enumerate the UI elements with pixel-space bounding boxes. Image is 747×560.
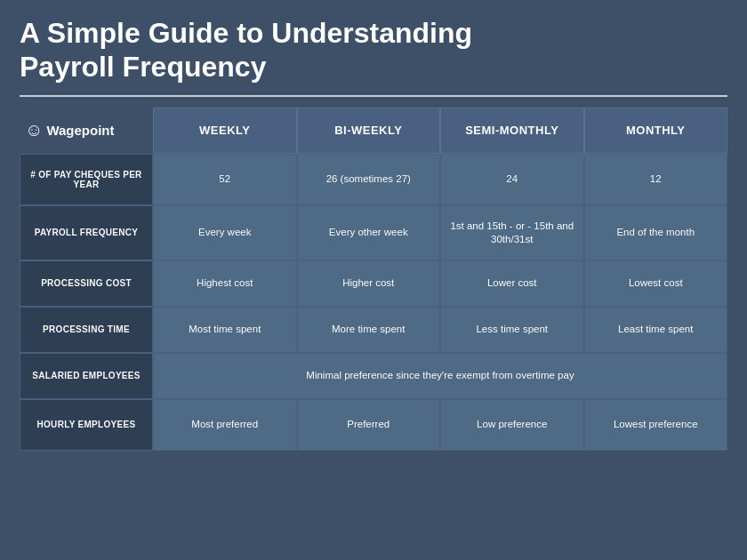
biweekly-time: More time spent [297,307,441,353]
biweekly-paycheques: 26 (sometimes 27) [297,154,441,205]
biweekly-cost: Higher cost [297,260,441,307]
monthly-cost: Lowest cost [584,260,728,307]
weekly-cost: Highest cost [153,260,297,307]
data-columns: WEEKLY 52 Every week Highest cost Most t… [153,108,727,548]
logo: ☺ Wagepoint [25,120,115,140]
monthly-time: Least time spent [584,307,728,353]
weekly-frequency: Every week [153,205,297,260]
salaried-merged-cell: Minimal preference since they're exempt … [153,353,727,399]
monthly-hourly: Lowest preference [584,399,728,451]
header-weekly: WEEKLY [153,108,297,154]
monthly-paycheques: 12 [584,154,728,205]
weekly-time: Most time spent [153,307,297,353]
label-salaried: SALARIED EMPLOYEES [20,353,153,399]
label-hourly: HOURLY EMPLOYEES [20,399,153,451]
col-monthly: MONTHLY 12 End of the month Lowest cost … [584,108,728,548]
semimonthly-paycheques: 24 [440,154,584,205]
page-title: A Simple Guide to Understanding Payroll … [20,16,727,84]
weekly-paycheques: 52 [153,154,297,205]
monthly-frequency: End of the month [584,205,728,260]
col-semimonthly: SEMI-MONTHLY 24 1st and 15th - or - 15th… [440,108,584,548]
weekly-hourly: Most preferred [153,399,297,451]
semimonthly-time: Less time spent [440,307,584,353]
semimonthly-cost: Lower cost [440,260,584,307]
label-column: ☺ Wagepoint # OF PAY CHEQUES PER YEAR PA… [20,108,153,548]
label-frequency: PAYROLL FREQUENCY [20,205,153,260]
biweekly-frequency: Every other week [297,205,441,260]
logo-name: Wagepoint [46,123,114,138]
semimonthly-frequency: 1st and 15th - or - 15th and 30th/31st [440,205,584,260]
logo-icon: ☺ [25,120,43,140]
main-table: ☺ Wagepoint # OF PAY CHEQUES PER YEAR PA… [20,108,727,548]
label-time: PROCESSING TIME [20,307,153,353]
biweekly-hourly: Preferred [297,399,441,451]
divider [20,95,727,97]
page-wrapper: A Simple Guide to Understanding Payroll … [0,0,747,560]
header-biweekly: BI-WEEKLY [297,108,441,154]
label-cost: PROCESSING COST [20,260,153,307]
col-biweekly: BI-WEEKLY 26 (sometimes 27) Every other … [297,108,441,548]
header-semimonthly: SEMI-MONTHLY [440,108,584,154]
semimonthly-hourly: Low preference [440,399,584,451]
logo-cell: ☺ Wagepoint [20,108,153,154]
header-monthly: MONTHLY [584,108,728,154]
col-weekly: WEEKLY 52 Every week Highest cost Most t… [153,108,297,548]
label-paycheques: # OF PAY CHEQUES PER YEAR [20,154,153,205]
